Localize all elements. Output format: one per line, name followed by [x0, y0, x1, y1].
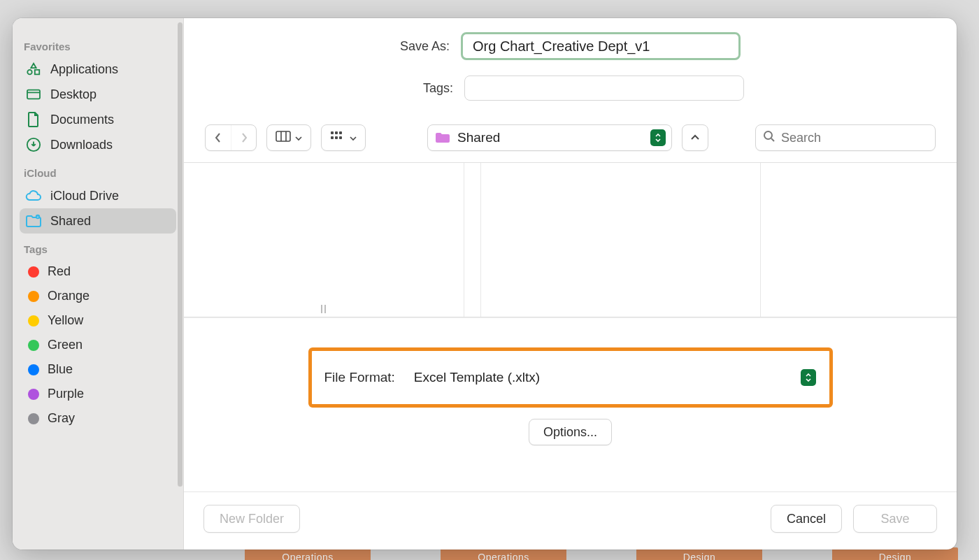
updown-stepper-icon — [650, 129, 666, 146]
sidebar-tag-green[interactable]: Green — [20, 333, 176, 357]
chevron-up-icon — [690, 131, 700, 144]
sidebar-item-label: Yellow — [48, 313, 83, 328]
svg-rect-7 — [331, 131, 334, 134]
svg-rect-10 — [331, 136, 334, 139]
sidebar-tag-purple[interactable]: Purple — [20, 382, 176, 406]
toolbar: Shared — [184, 124, 957, 162]
tag-dot-icon — [28, 315, 39, 326]
location-dropdown[interactable]: Shared — [427, 124, 672, 151]
sidebar-item-label: iCloud Drive — [50, 189, 119, 203]
save-dialog: Favorites Applications Desktop Documents… — [13, 18, 957, 550]
sidebar-tag-yellow[interactable]: Yellow — [20, 308, 176, 333]
browser-column[interactable] — [481, 163, 762, 317]
svg-rect-8 — [335, 131, 338, 134]
tag-dot-icon — [28, 291, 39, 302]
svg-rect-4 — [276, 131, 290, 141]
back-button[interactable] — [206, 125, 231, 150]
dialog-footer: New Folder Cancel Save — [184, 491, 957, 550]
apps-icon — [25, 62, 42, 77]
main-panel: Save As: Tags: — [184, 18, 957, 550]
updown-stepper-icon — [801, 369, 816, 386]
svg-line-14 — [771, 138, 774, 141]
chevron-down-icon — [350, 131, 357, 144]
sidebar-item-label: Desktop — [50, 87, 97, 102]
sidebar-item-label: Shared — [50, 214, 91, 229]
section-tags: Tags — [20, 234, 176, 259]
nav-back-forward — [205, 124, 257, 151]
file-browser[interactable] — [184, 162, 957, 317]
shared-folder-icon — [25, 213, 42, 229]
view-columns[interactable] — [266, 124, 311, 151]
new-folder-button[interactable]: New Folder — [203, 505, 300, 533]
sidebar-item-downloads[interactable]: Downloads — [20, 132, 176, 157]
section-icloud: iCloud — [20, 157, 176, 183]
file-format-label: File Format: — [324, 370, 395, 385]
sidebar-tag-orange[interactable]: Orange — [20, 284, 176, 308]
folder-icon — [435, 131, 450, 144]
section-favorites: Favorites — [20, 31, 176, 57]
sidebar-item-label: Downloads — [50, 138, 113, 152]
sidebar-item-label: Green — [48, 338, 83, 352]
cancel-button[interactable]: Cancel — [771, 505, 842, 533]
tags-label: Tags: — [423, 81, 453, 96]
sidebar-item-label: Gray — [48, 411, 75, 426]
search-input[interactable] — [781, 131, 943, 145]
svg-point-13 — [764, 131, 772, 139]
browser-column[interactable] — [761, 163, 957, 317]
sidebar-item-label: Purple — [48, 387, 84, 401]
tag-dot-icon — [28, 364, 39, 375]
tag-dot-icon — [28, 413, 39, 424]
sidebar-item-label: Applications — [50, 62, 118, 77]
svg-rect-11 — [335, 136, 338, 139]
search-box[interactable] — [755, 124, 936, 151]
search-icon — [763, 130, 776, 145]
saveas-label: Save As: — [400, 39, 450, 54]
document-icon — [25, 112, 42, 127]
svg-rect-9 — [339, 131, 342, 134]
view-grid[interactable] — [321, 124, 366, 151]
tag-dot-icon — [28, 340, 39, 351]
cloud-icon — [25, 188, 42, 203]
save-button[interactable]: Save — [853, 505, 937, 533]
download-icon — [25, 137, 42, 152]
sidebar-item-label: Blue — [48, 362, 73, 377]
collapse-button[interactable] — [682, 124, 708, 151]
file-format-dropdown[interactable]: Excel Template (.xltx) — [403, 364, 822, 392]
location-label: Shared — [457, 130, 643, 145]
tag-dot-icon — [28, 389, 39, 400]
sidebar-tag-red[interactable]: Red — [20, 259, 176, 284]
sidebar-item-label: Documents — [50, 113, 114, 127]
sidebar-item-icloud-drive[interactable]: iCloud Drive — [20, 183, 176, 208]
sidebar-tag-gray[interactable]: Gray — [20, 406, 176, 431]
browser-column-spacer — [464, 163, 481, 317]
svg-rect-0 — [27, 90, 40, 99]
file-format-row: File Format: Excel Template (.xltx) — [308, 347, 833, 408]
desktop-icon — [25, 87, 42, 102]
sidebar-item-label: Red — [48, 264, 71, 279]
tags-input[interactable] — [464, 76, 744, 101]
forward-button[interactable] — [231, 125, 256, 150]
column-resize-handle[interactable] — [320, 304, 328, 314]
chevron-down-icon — [295, 131, 302, 144]
sidebar-tag-blue[interactable]: Blue — [20, 357, 176, 382]
sidebar-item-documents[interactable]: Documents — [20, 107, 176, 132]
grid-icon — [330, 131, 345, 145]
sidebar: Favorites Applications Desktop Documents… — [13, 18, 184, 550]
options-button[interactable]: Options... — [529, 419, 612, 445]
sidebar-item-shared[interactable]: Shared — [20, 208, 176, 234]
browser-column[interactable] — [184, 163, 464, 317]
file-format-value: Excel Template (.xltx) — [414, 370, 801, 385]
sidebar-item-label: Orange — [48, 289, 90, 303]
sidebar-item-desktop[interactable]: Desktop — [20, 82, 176, 107]
columns-icon — [276, 131, 291, 145]
saveas-input[interactable] — [461, 32, 741, 60]
tag-dot-icon — [28, 266, 39, 278]
svg-rect-12 — [339, 136, 342, 139]
sidebar-item-applications[interactable]: Applications — [20, 57, 176, 82]
